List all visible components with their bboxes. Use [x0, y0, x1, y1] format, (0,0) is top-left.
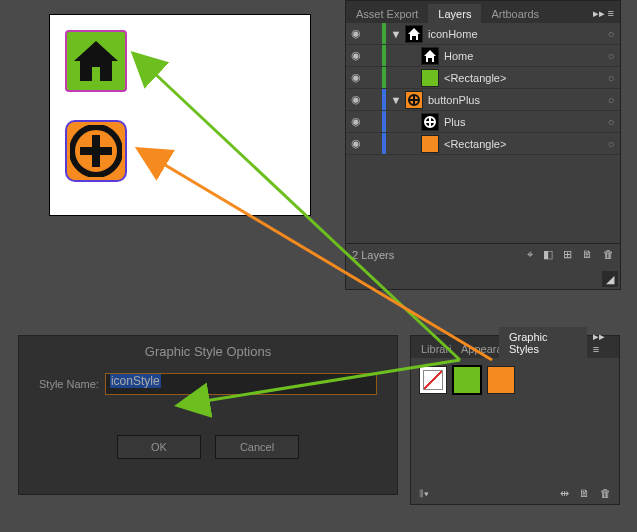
layer-name[interactable]: buttonPlus [426, 94, 602, 106]
visibility-toggle[interactable]: ◉ [346, 27, 366, 40]
layers-panel: Asset Export Layers Artboards ▸▸ ≡ ◉ ▼ i… [345, 0, 621, 290]
layer-thumb [421, 135, 439, 153]
svg-rect-3 [80, 147, 112, 155]
icon-home-art[interactable] [65, 30, 127, 92]
visibility-toggle[interactable]: ◉ [346, 137, 366, 150]
graphic-styles-swatches [411, 358, 619, 402]
target-icon[interactable]: ○ [602, 50, 620, 62]
target-icon[interactable]: ○ [602, 72, 620, 84]
tab-graphic-styles[interactable]: Graphic Styles [499, 327, 587, 358]
tab-libraries[interactable]: Libraries [411, 339, 451, 358]
tab-appearance[interactable]: Appearance [451, 339, 499, 358]
layer-count: 2 Layers [352, 249, 394, 261]
visibility-toggle[interactable]: ◉ [346, 115, 366, 128]
delete-style-icon[interactable]: 🗑 [600, 487, 611, 500]
layer-row[interactable]: ◉ <Rectangle> ○ [346, 133, 620, 155]
target-icon[interactable]: ○ [602, 116, 620, 128]
target-icon[interactable]: ○ [602, 138, 620, 150]
visibility-toggle[interactable]: ◉ [346, 49, 366, 62]
panel-resize-corner[interactable]: ◢ [602, 271, 618, 287]
new-style-icon[interactable]: 🗎 [579, 487, 590, 500]
visibility-toggle[interactable]: ◉ [346, 93, 366, 106]
graphic-style-options-dialog: Graphic Style Options Style Name: iconSt… [18, 335, 398, 495]
graphic-style-orange[interactable] [487, 366, 515, 394]
layer-thumb [405, 25, 423, 43]
ok-button[interactable]: OK [117, 435, 201, 459]
layer-name[interactable]: Home [442, 50, 602, 62]
layer-thumb [421, 47, 439, 65]
layer-row[interactable]: ◉ <Rectangle> ○ [346, 67, 620, 89]
plus-circle-icon [70, 125, 122, 177]
layer-name[interactable]: Plus [442, 116, 602, 128]
svg-rect-9 [426, 121, 434, 123]
visibility-toggle[interactable]: ◉ [346, 71, 366, 84]
tab-layers[interactable]: Layers [428, 4, 481, 23]
style-name-input[interactable]: iconStyle [105, 373, 377, 395]
graphic-styles-panel: Libraries Appearance Graphic Styles ▸▸ ≡… [410, 335, 620, 505]
layer-thumb [405, 91, 423, 109]
tab-asset-export[interactable]: Asset Export [346, 4, 428, 23]
target-icon[interactable]: ○ [602, 94, 620, 106]
style-name-label: Style Name: [39, 378, 99, 390]
cancel-button[interactable]: Cancel [215, 435, 299, 459]
locate-object-icon[interactable]: ⌖ [527, 248, 533, 261]
layer-thumb [421, 69, 439, 87]
panel-tab-bar: Libraries Appearance Graphic Styles ▸▸ ≡ [411, 336, 619, 358]
make-clipping-mask-icon[interactable]: ◧ [543, 248, 553, 261]
layer-row[interactable]: ◉ ▼ iconHome ○ [346, 23, 620, 45]
target-icon[interactable]: ○ [602, 28, 620, 40]
svg-rect-6 [410, 99, 418, 101]
break-link-icon[interactable]: ⇹ [560, 487, 569, 500]
graphic-styles-footer: ⫴▾ ⇹ 🗎 🗑 [411, 487, 619, 500]
layers-panel-footer: 2 Layers ⌖ ◧ ⊞ 🗎 🗑 [346, 243, 620, 265]
layer-name[interactable]: <Rectangle> [442, 72, 602, 84]
layer-row[interactable]: ◉ Plus ○ [346, 111, 620, 133]
layer-row[interactable]: ◉ Home ○ [346, 45, 620, 67]
panel-menu-icon[interactable]: ▸▸ ≡ [587, 4, 620, 23]
new-layer-icon[interactable]: 🗎 [582, 248, 593, 261]
icon-plus-art[interactable] [65, 120, 127, 182]
twisty-icon[interactable]: ▼ [390, 94, 402, 106]
panel-menu-icon[interactable]: ▸▸ ≡ [587, 327, 619, 358]
dialog-title: Graphic Style Options [19, 336, 397, 373]
artboard-canvas [50, 15, 310, 215]
layer-row[interactable]: ◉ ▼ buttonPlus ○ [346, 89, 620, 111]
graphic-style-iconstyle[interactable] [453, 366, 481, 394]
graphic-style-default[interactable] [419, 366, 447, 394]
delete-layer-icon[interactable]: 🗑 [603, 248, 614, 261]
layer-name[interactable]: <Rectangle> [442, 138, 602, 150]
new-sublayer-icon[interactable]: ⊞ [563, 248, 572, 261]
layer-name[interactable]: iconHome [426, 28, 602, 40]
panel-tab-bar: Asset Export Layers Artboards ▸▸ ≡ [346, 1, 620, 23]
layers-list: ◉ ▼ iconHome ○ ◉ Home ○ ◉ <Rectangle> ○ … [346, 23, 620, 155]
svg-rect-0 [92, 67, 100, 81]
tab-artboards[interactable]: Artboards [481, 4, 549, 23]
layer-thumb [421, 113, 439, 131]
styles-library-menu-icon[interactable]: ⫴▾ [419, 487, 429, 500]
twisty-icon[interactable]: ▼ [390, 28, 402, 40]
home-icon [72, 37, 120, 85]
